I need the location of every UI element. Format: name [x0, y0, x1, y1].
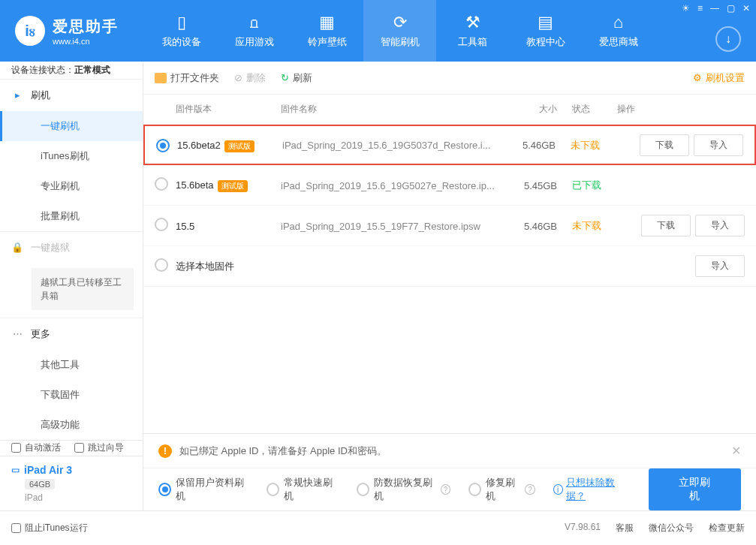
close-icon[interactable]: ✕	[742, 3, 750, 14]
table-row[interactable]: 15.6beta2测试版iPad_Spring_2019_15.6_19G503…	[143, 125, 756, 165]
row-radio[interactable]	[155, 218, 168, 231]
version-label: V7.98.61	[565, 522, 601, 534]
refresh-icon: ↻	[281, 72, 289, 83]
gear-icon: ⚙	[693, 72, 702, 83]
sidebar-group-jailbreak: 🔒 一键越狱	[0, 232, 143, 263]
tab-apps[interactable]: ⩍应用游戏	[218, 0, 291, 62]
options-row: 保留用户资料刷机常规快速刷机防数据恢复刷机?修复刷机? i只想抹除数据？ 立即刷…	[143, 468, 756, 510]
option-radio[interactable]	[267, 483, 279, 496]
header-version: 固件版本	[176, 103, 281, 116]
firmware-name: iPad_Spring_2019_15.6_19G5037d_Restore.i…	[282, 140, 491, 151]
tab-my-device[interactable]: ▯我的设备	[145, 0, 218, 62]
table-row[interactable]: 15.6beta测试版iPad_Spring_2019_15.6_19G5027…	[143, 165, 756, 206]
footer: 阻止iTunes运行 V7.98.61 客服 微信公众号 检查更新	[0, 510, 756, 545]
alert-text: 如已绑定 Apple ID，请准备好 Apple ID和密码。	[179, 444, 387, 458]
import-button[interactable]: 导入	[695, 255, 745, 277]
help-icon[interactable]: ?	[525, 484, 535, 495]
refresh-button[interactable]: ↻刷新	[281, 71, 312, 85]
help-icon[interactable]: ?	[441, 484, 450, 495]
footer-wechat[interactable]: 微信公众号	[649, 522, 694, 534]
apps-icon: ⩍	[250, 13, 258, 32]
size-text: 5.46GB	[524, 221, 557, 232]
device-panel[interactable]: iPad Air 3 64GB iPad	[0, 456, 143, 510]
logo-title: 爱思助手	[53, 17, 119, 37]
flash-settings-button[interactable]: ⚙刷机设置	[693, 71, 745, 85]
erase-data-link[interactable]: 只想抹除数据？	[566, 476, 631, 503]
skip-guide-checkbox[interactable]: 跳过向导	[74, 441, 124, 454]
table-header: 固件版本 固件名称 大小 状态 操作	[143, 95, 756, 125]
download-button[interactable]: 下载	[641, 215, 691, 236]
bottom-panel: ! 如已绑定 Apple ID，请准备好 Apple ID和密码。 ✕ 保留用户…	[143, 433, 756, 510]
flash-mode-option[interactable]: 常规快速刷机	[267, 476, 339, 503]
beta-badge: 测试版	[224, 140, 255, 152]
table-row[interactable]: 选择本地固件 导入	[143, 246, 756, 287]
logo[interactable]: iᴕ 爱思助手 www.i4.cn	[0, 16, 134, 46]
flash-mode-option[interactable]: 修复刷机?	[468, 476, 535, 503]
option-radio[interactable]	[158, 483, 171, 496]
flash-mode-option[interactable]: 保留用户资料刷机	[158, 476, 248, 503]
sidebar-item-other-tools[interactable]: 其他工具	[0, 350, 143, 380]
header: iᴕ 爱思助手 www.i4.cn ▯我的设备 ⩍应用游戏 ▦铃声壁纸 ⟳智能刷…	[0, 0, 756, 62]
folder-icon	[155, 73, 167, 83]
tab-tutorial[interactable]: ▤教程中心	[509, 0, 582, 62]
footer-support[interactable]: 客服	[616, 522, 634, 534]
alert-close-button[interactable]: ✕	[731, 444, 741, 458]
download-progress-icon[interactable]: ↓	[715, 26, 741, 52]
window-controls: ☀ ≡ — ▢ ✕	[682, 3, 750, 14]
device-name: iPad Air 3	[11, 464, 131, 476]
tab-ringtone[interactable]: ▦铃声壁纸	[291, 0, 363, 62]
maximize-icon[interactable]: ▢	[727, 3, 735, 14]
connection-status: 设备连接状态：正常模式	[0, 62, 143, 80]
auto-activate-row: 自动激活 跳过向导	[0, 440, 143, 456]
sidebar: 设备连接状态：正常模式 ▸ 刷机 一键刷机 iTunes刷机 专业刷机 批量刷机…	[0, 62, 143, 510]
option-radio[interactable]	[468, 483, 481, 496]
beta-badge: 测试版	[218, 180, 248, 192]
tab-toolbox[interactable]: ⚒工具箱	[436, 0, 509, 62]
firmware-name: iPad_Spring_2019_15.5_19F77_Restore.ipsw	[281, 221, 480, 232]
sidebar-item-pro-flash[interactable]: 专业刷机	[0, 171, 143, 201]
flash-now-button[interactable]: 立即刷机	[649, 468, 741, 510]
import-button[interactable]: 导入	[695, 215, 745, 236]
tab-store[interactable]: ⌂爱思商城	[582, 0, 655, 62]
status-text: 未下载	[571, 140, 600, 151]
option-radio[interactable]	[357, 483, 369, 496]
minimize-icon[interactable]: —	[710, 3, 719, 14]
nav-tabs: ▯我的设备 ⩍应用游戏 ▦铃声壁纸 ⟳智能刷机 ⚒工具箱 ▤教程中心 ⌂爱思商城	[145, 0, 655, 62]
sidebar-group-more[interactable]: ⋯ 更多	[0, 318, 143, 350]
flash-icon: ▸	[11, 89, 23, 101]
sidebar-item-itunes-flash[interactable]: iTunes刷机	[0, 141, 143, 171]
import-button[interactable]: 导入	[694, 134, 743, 156]
tab-flash[interactable]: ⟳智能刷机	[363, 0, 436, 62]
more-icon: ⋯	[11, 328, 23, 340]
size-text: 5.46GB	[523, 140, 556, 151]
table-row[interactable]: 15.5iPad_Spring_2019_15.5_19F77_Restore.…	[143, 206, 756, 246]
row-radio[interactable]	[155, 258, 168, 272]
header-action: 操作	[617, 103, 745, 116]
sidebar-item-batch-flash[interactable]: 批量刷机	[0, 201, 143, 231]
footer-update[interactable]: 检查更新	[709, 522, 745, 534]
sidebar-item-advanced[interactable]: 高级功能	[0, 410, 143, 440]
size-text: 5.45GB	[524, 180, 557, 191]
lock-icon: 🔒	[11, 242, 23, 254]
menu-icon[interactable]: ≡	[697, 3, 703, 14]
row-radio[interactable]	[156, 139, 170, 152]
header-size: 大小	[497, 103, 557, 116]
block-itunes-checkbox[interactable]: 阻止iTunes运行	[11, 522, 88, 534]
skin-icon[interactable]: ☀	[682, 3, 690, 14]
delete-button[interactable]: ⊘删除	[234, 71, 266, 85]
toolbox-icon: ⚒	[465, 13, 480, 32]
local-firmware-label: 选择本地固件	[176, 260, 234, 272]
flash-mode-option[interactable]: 防数据恢复刷机?	[357, 476, 450, 503]
device-type: iPad	[25, 492, 131, 503]
logo-subtitle: www.i4.cn	[53, 37, 119, 46]
download-button[interactable]: 下载	[640, 134, 689, 156]
sidebar-item-download-firmware[interactable]: 下载固件	[0, 380, 143, 410]
alert-row: ! 如已绑定 Apple ID，请准备好 Apple ID和密码。 ✕	[143, 434, 756, 468]
sidebar-group-flash[interactable]: ▸ 刷机	[0, 80, 143, 111]
cart-icon: ⌂	[613, 13, 623, 32]
auto-activate-checkbox[interactable]: 自动激活	[11, 441, 61, 454]
open-folder-button[interactable]: 打开文件夹	[155, 71, 219, 85]
sidebar-item-oneclick-flash[interactable]: 一键刷机	[0, 111, 143, 141]
row-radio[interactable]	[155, 177, 168, 191]
delete-icon: ⊘	[234, 72, 242, 83]
